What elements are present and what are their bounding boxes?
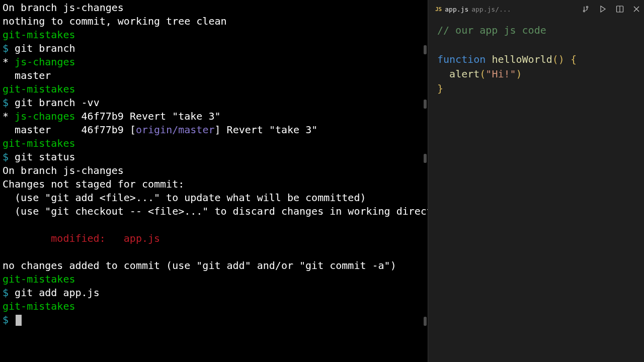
compare-changes-icon[interactable] (582, 5, 590, 13)
status-branch-line: On branch js-changes (3, 2, 124, 14)
split-editor-icon[interactable] (616, 5, 624, 13)
terminal-cursor[interactable] (16, 315, 22, 326)
branch-master-hash: 46f77b9 (82, 124, 124, 136)
cwd-label: git-mistakes (3, 300, 75, 312)
run-icon[interactable] (599, 5, 607, 13)
code-call-alert: alert (449, 68, 479, 80)
cwd-label: git-mistakes (3, 137, 75, 149)
svg-point-1 (586, 6, 588, 8)
status-branch-line: On branch js-changes (3, 164, 124, 176)
branch-current: js-changes (15, 56, 75, 68)
branch-star: * (3, 110, 9, 122)
file-name: app.js (445, 3, 468, 16)
command-git-status: git status (15, 151, 75, 163)
prompt-symbol: $ (3, 314, 9, 326)
prompt-symbol: $ (3, 97, 9, 109)
prompt-symbol: $ (3, 42, 9, 54)
prompt-symbol: $ (3, 151, 9, 163)
scrollbar-thumb[interactable] (424, 154, 427, 163)
command-git-branch: git branch (15, 42, 75, 54)
scrollbar-thumb[interactable] (424, 317, 427, 326)
branch-master: master (15, 124, 51, 136)
command-git-add: git add app.js (15, 287, 100, 299)
scrollbar-thumb[interactable] (424, 100, 427, 109)
branch-current: js-changes (15, 110, 75, 122)
svg-point-0 (583, 10, 585, 12)
file-path: app.js/... (471, 3, 511, 16)
code-content: // our app js code function helloWorld()… (437, 23, 635, 96)
branch-master-msg: Revert "take 3" (227, 124, 318, 136)
code-string: "Hi!" (486, 68, 516, 80)
branch-current-msg: Revert "take 3" (130, 110, 221, 122)
status-modified-file: app.js (124, 232, 160, 244)
file-language-badge: JS (435, 3, 442, 16)
terminal-panel[interactable]: On branch js-changes nothing to commit, … (0, 0, 428, 362)
status-not-staged: Changes not staged for commit: (3, 178, 184, 190)
editor-tabbar: JS app.js app.js/... (428, 0, 644, 18)
editor-tab-appjs[interactable]: JS app.js app.js/... (432, 3, 514, 16)
branch-upstream: origin/master (136, 124, 215, 136)
status-hint-checkout: (use "git checkout -- <file>..." to disc… (3, 205, 428, 217)
status-clean-line: nothing to commit, working tree clean (3, 15, 227, 27)
code-function-name: helloWorld (492, 53, 552, 65)
editor-panel: JS app.js app.js/... (428, 0, 644, 362)
code-keyword-function: function (437, 53, 486, 65)
cwd-label: git-mistakes (3, 273, 75, 285)
branch-master: master (15, 69, 51, 81)
status-modified-label: modified: (51, 232, 124, 244)
status-no-changes-added: no changes added to commit (use "git add… (3, 259, 396, 272)
branch-current-hash: 46f77b9 (82, 110, 124, 122)
prompt-symbol: $ (3, 287, 9, 299)
branch-star: * (3, 56, 9, 68)
code-comment: // our app js code (437, 24, 546, 36)
scrollbar-thumb[interactable] (424, 45, 427, 54)
cwd-label: git-mistakes (3, 29, 75, 41)
status-hint-add: (use "git add <file>..." to update what … (3, 192, 366, 204)
code-editor[interactable]: // our app js code function helloWorld()… (428, 18, 644, 362)
cwd-label: git-mistakes (3, 83, 75, 95)
terminal-output: On branch js-changes nothing to commit, … (3, 1, 425, 327)
close-icon[interactable] (633, 6, 640, 13)
command-git-branch-vv: git branch -vv (15, 97, 100, 109)
